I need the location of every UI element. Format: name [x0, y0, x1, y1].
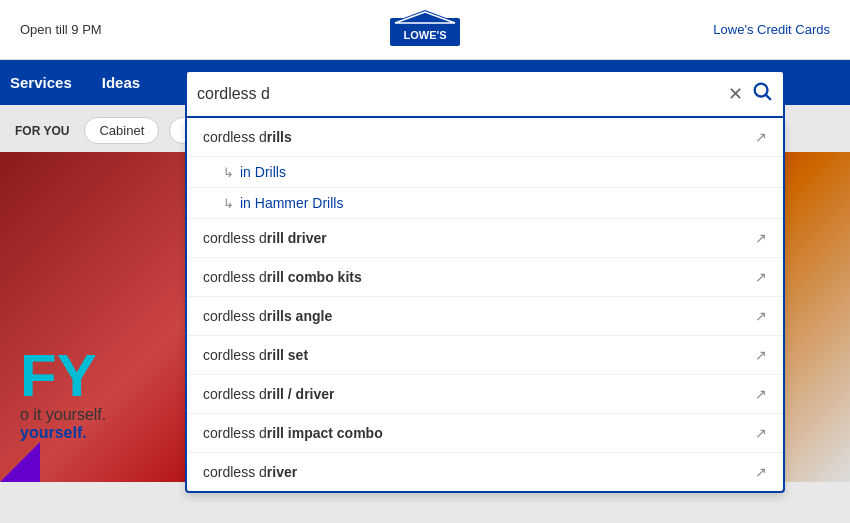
dropdown-item-drills[interactable]: cordless drills ↗ [187, 118, 783, 157]
sub-link-drills: in Drills [240, 164, 286, 180]
diy-big-text: FY [20, 346, 106, 406]
sub-arrow-hammer-icon: ↳ [223, 196, 234, 211]
search-box: ✕ [185, 70, 785, 118]
dropdown-item-drill-impact[interactable]: cordless drill impact combo ↗ [187, 414, 783, 453]
logo-container: LOWE'S [385, 8, 465, 52]
dropdown-item-drill-driver2[interactable]: cordless drill / driver ↗ [187, 375, 783, 414]
dropdown-item-drill-combo[interactable]: cordless drill combo kits ↗ [187, 258, 783, 297]
clear-icon[interactable]: ✕ [728, 83, 743, 105]
svg-line-5 [766, 95, 770, 99]
sub-link-hammer-drills: in Hammer Drills [240, 195, 343, 211]
item-text-drill-driver2: cordless drill / driver [203, 386, 335, 402]
search-arrow-icon-6: ↗ [755, 386, 767, 402]
diy-text-container: FY o it yourself. yourself. [20, 346, 106, 442]
sub-item-hammer-drills[interactable]: ↳ in Hammer Drills [187, 188, 783, 219]
search-icon[interactable] [751, 80, 773, 108]
search-arrow-icon: ↗ [755, 129, 767, 145]
item-text-drills: cordless drills [203, 129, 292, 145]
sub-arrow-icon: ↳ [223, 165, 234, 180]
diy-sub2: yourself. [20, 424, 106, 442]
search-overlay: ✕ cordless drills ↗ ↳ in Drills ↳ [0, 60, 850, 128]
dropdown-item-drill-driver[interactable]: cordless drill driver ↗ [187, 219, 783, 258]
sub-item-drills[interactable]: ↳ in Drills [187, 157, 783, 188]
search-arrow-icon-3: ↗ [755, 269, 767, 285]
search-arrow-icon-2: ↗ [755, 230, 767, 246]
credit-card-link[interactable]: Lowe's Credit Cards [713, 22, 830, 37]
top-bar: Open till 9 PM LOWE'S Lowe's Credit Card… [0, 0, 850, 60]
search-arrow-icon-4: ↗ [755, 308, 767, 324]
item-text-drill-set: cordless drill set [203, 347, 308, 363]
search-arrow-icon-7: ↗ [755, 425, 767, 441]
item-text-drills-angle: cordless drills angle [203, 308, 332, 324]
lowes-logo: LOWE'S [385, 8, 465, 48]
search-input[interactable] [197, 85, 728, 103]
search-container: ✕ cordless drills ↗ ↳ in Drills ↳ [185, 70, 785, 118]
item-text-drill-driver: cordless drill driver [203, 230, 327, 246]
item-text-driver: cordless driver [203, 464, 297, 480]
item-text-drill-impact: cordless drill impact combo [203, 425, 383, 441]
item-text-drill-combo: cordless drill combo kits [203, 269, 362, 285]
decorative-triangle [0, 442, 40, 482]
search-arrow-icon-5: ↗ [755, 347, 767, 363]
svg-text:LOWE'S: LOWE'S [404, 29, 447, 41]
search-dropdown: cordless drills ↗ ↳ in Drills ↳ in Hamme… [185, 118, 785, 493]
diy-sub1: o it yourself. [20, 406, 106, 424]
search-arrow-icon-8: ↗ [755, 464, 767, 480]
dropdown-item-drill-set[interactable]: cordless drill set ↗ [187, 336, 783, 375]
open-till-text: Open till 9 PM [20, 22, 102, 37]
dropdown-item-drills-angle[interactable]: cordless drills angle ↗ [187, 297, 783, 336]
dropdown-item-driver[interactable]: cordless driver ↗ [187, 453, 783, 491]
